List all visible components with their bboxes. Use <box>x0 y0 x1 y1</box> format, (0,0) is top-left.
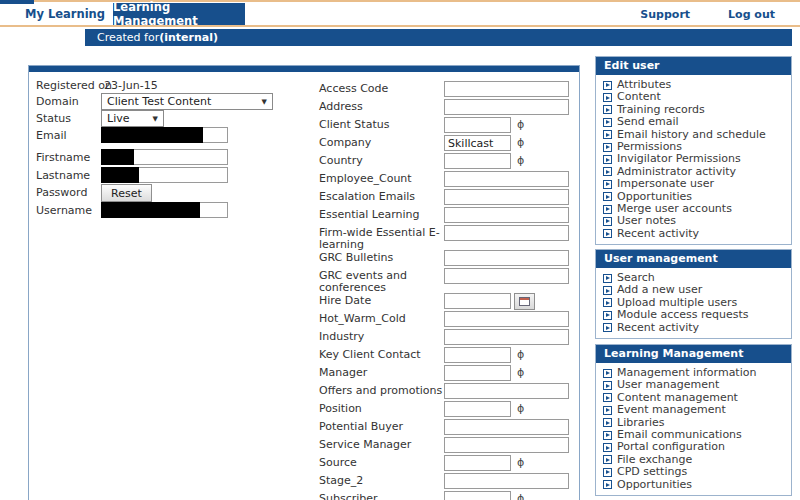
arrow-bullet-icon <box>603 217 612 226</box>
sidebar-item-label: Content <box>617 91 661 103</box>
sidebar-item-opportunities[interactable]: Opportunities <box>603 479 785 491</box>
field-input-company[interactable] <box>444 135 511 151</box>
lookup-icon[interactable]: ϕ <box>517 456 524 470</box>
field-label-potential-buyer: Potential Buyer <box>319 421 443 433</box>
sidebar-item-module-access-requests[interactable]: Module access requests <box>603 309 785 321</box>
logout-link[interactable]: Log out <box>728 8 775 21</box>
field-input-offers-and-promotions[interactable] <box>444 383 569 399</box>
chevron-down-icon: ▼ <box>153 115 158 123</box>
field-input-access-code[interactable] <box>444 81 569 97</box>
lookup-icon[interactable]: ϕ <box>517 154 524 168</box>
field-input-stage-2[interactable] <box>444 473 569 489</box>
lookup-icon[interactable]: ϕ <box>517 492 524 500</box>
sidebar-panel-learning-management: Learning ManagementManagement informatio… <box>595 344 792 496</box>
field-input-industry[interactable] <box>444 329 569 345</box>
field-input-position[interactable] <box>444 401 511 417</box>
arrow-bullet-icon <box>603 468 612 477</box>
registered-on-value: 23-Jun-15 <box>104 79 158 92</box>
sidebar-item-label: User management <box>617 379 719 391</box>
banner-prefix: Created for <box>97 31 159 44</box>
field-input-essential-learning[interactable] <box>444 207 569 223</box>
arrow-bullet-icon <box>603 143 612 152</box>
tabs-divider-line <box>0 25 800 27</box>
field-input-service-manager[interactable] <box>444 437 569 453</box>
field-input-firm-wide-essential-e-learning[interactable] <box>444 225 569 241</box>
arrow-bullet-icon <box>603 323 612 332</box>
field-input-grc-events-and-conferences[interactable] <box>444 268 569 284</box>
sidebar-item-event-management[interactable]: Event management <box>603 404 785 416</box>
arrow-bullet-icon <box>603 443 612 452</box>
calendar-icon[interactable] <box>514 293 535 310</box>
arrow-bullet-icon <box>603 418 612 427</box>
field-label-client-status: Client Status <box>319 119 443 131</box>
field-input-grc-bulletins[interactable] <box>444 250 569 266</box>
arrow-bullet-icon <box>603 369 612 378</box>
arrow-bullet-icon <box>603 406 612 415</box>
sidebar-item-label: Invigilator Permissions <box>617 153 741 165</box>
firstname-redaction <box>101 149 134 165</box>
field-input-manager[interactable] <box>444 365 511 381</box>
top-links: Support Log out <box>640 3 775 25</box>
sidebar-item-user-management[interactable]: User management <box>603 379 785 391</box>
lookup-icon[interactable]: ϕ <box>517 348 524 362</box>
field-input-key-client-contact[interactable] <box>444 347 511 363</box>
sidebar-item-impersonate-user[interactable]: Impersonate user <box>603 178 785 190</box>
field-input-potential-buyer[interactable] <box>444 419 569 435</box>
field-input-hire-date[interactable] <box>444 293 511 309</box>
sidebar-item-cpd-settings[interactable]: CPD settings <box>603 466 785 478</box>
arrow-bullet-icon <box>603 381 612 390</box>
tab-my-learning[interactable]: My Learning <box>20 3 110 25</box>
arrow-bullet-icon <box>603 155 612 164</box>
sidebar-item-user-notes[interactable]: User notes <box>603 215 785 227</box>
banner-emphasis: (internal) <box>159 31 218 44</box>
lastname-field-wrap <box>101 167 228 183</box>
domain-select[interactable]: Client Test Content ▼ <box>101 93 273 110</box>
lookup-icon[interactable]: ϕ <box>517 402 524 416</box>
tab-my-learning-label: My Learning <box>25 7 105 21</box>
sidebar-item-add-a-new-user[interactable]: Add a new user <box>603 284 785 296</box>
sidebar-item-recent-activity[interactable]: Recent activity <box>603 228 785 240</box>
tab-learning-management[interactable]: Learning Management <box>113 3 245 25</box>
field-label-key-client-contact: Key Client Contact <box>319 349 443 361</box>
chevron-down-icon: ▼ <box>262 98 267 106</box>
field-input-country[interactable] <box>444 153 511 169</box>
sidebar-item-send-email[interactable]: Send email <box>603 116 785 128</box>
sidebar-item-invigilator-permissions[interactable]: Invigilator Permissions <box>603 153 785 165</box>
field-label-subscriber: Subscriber <box>319 493 443 500</box>
field-input-subscriber[interactable] <box>444 491 511 500</box>
field-input-employee-count[interactable] <box>444 171 569 187</box>
email-field-wrap <box>101 127 228 143</box>
field-label-hot-warm-cold: Hot_Warm_Cold <box>319 313 443 325</box>
sidebar-item-label: Recent activity <box>617 228 699 240</box>
field-input-hot-warm-cold[interactable] <box>444 311 569 327</box>
field-input-source[interactable] <box>444 455 511 471</box>
domain-select-value: Client Test Content <box>107 95 211 108</box>
sidebar-item-recent-activity[interactable]: Recent activity <box>603 322 785 334</box>
field-input-client-status[interactable] <box>444 117 511 133</box>
arrow-bullet-icon <box>603 105 612 114</box>
field-label-offers-and-promotions: Offers and promotions <box>319 385 443 397</box>
lookup-icon[interactable]: ϕ <box>517 366 524 380</box>
sidebar-item-label: Send email <box>617 116 679 128</box>
password-reset-button[interactable]: Reset <box>101 184 152 202</box>
sidebar-panel-user-management: User managementSearchAdd a new userUploa… <box>595 249 792 339</box>
lastname-label: Lastname <box>36 169 90 182</box>
sidebar-item-label: User notes <box>617 215 676 227</box>
support-link[interactable]: Support <box>640 8 690 21</box>
sidebar-item-label: Event management <box>617 404 726 416</box>
lastname-redaction <box>101 167 139 183</box>
sidebar-item-label: Recent activity <box>617 322 699 334</box>
field-label-source: Source <box>319 457 443 469</box>
lookup-icon[interactable]: ϕ <box>517 136 524 150</box>
status-select[interactable]: Live ▼ <box>101 110 164 127</box>
lookup-icon[interactable]: ϕ <box>517 118 524 132</box>
arrow-bullet-icon <box>603 229 612 238</box>
sidebar-item-content[interactable]: Content <box>603 91 785 103</box>
arrow-bullet-icon <box>603 298 612 307</box>
field-input-escalation-emails[interactable] <box>444 189 569 205</box>
sidebar-item-portal-configuration[interactable]: Portal configuration <box>603 441 785 453</box>
field-label-position: Position <box>319 403 443 415</box>
panel-top-strip <box>29 66 579 72</box>
arrow-bullet-icon <box>603 130 612 139</box>
field-input-address[interactable] <box>444 99 569 115</box>
